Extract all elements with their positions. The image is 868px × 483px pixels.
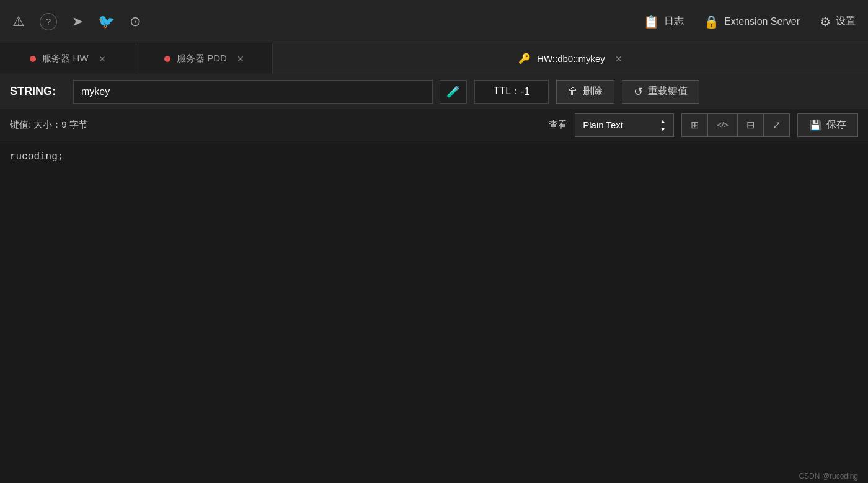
grid-view-icon[interactable]: ⊞ xyxy=(682,114,708,136)
flask-button[interactable]: 🧪 xyxy=(440,80,467,104)
telegram-icon[interactable]: ➤ xyxy=(72,14,83,30)
save-button[interactable]: 💾 保存 xyxy=(797,113,858,137)
help-icon[interactable]: ? xyxy=(40,13,57,30)
delete-button[interactable]: 🗑 删除 xyxy=(556,80,614,104)
tab-hw[interactable]: 服务器 HW ✕ xyxy=(0,43,136,74)
value-content: rucoding; xyxy=(10,151,63,162)
tab-hw-close[interactable]: ✕ xyxy=(99,54,106,64)
settings-button[interactable]: ⚙ 设置 xyxy=(820,14,856,29)
ttl-label: TTL： xyxy=(494,85,521,98)
reload-icon: ↺ xyxy=(634,85,643,99)
settings-icon: ⚙ xyxy=(820,14,831,29)
tab-pdd[interactable]: 服务器 PDD ✕ xyxy=(136,43,273,74)
toolbar-icons: ⚠ ? ➤ 🐦 ⊙ xyxy=(12,13,644,30)
github-icon[interactable]: ⊙ xyxy=(130,14,141,30)
key-type-label: STRING: xyxy=(10,85,66,98)
toolbar: ⚠ ? ➤ 🐦 ⊙ 📋 日志 🔒 Extension Server ⚙ 设置 xyxy=(0,0,868,43)
tab-pdd-close[interactable]: ✕ xyxy=(237,54,244,64)
footer: CSDN @rucoding xyxy=(789,469,868,483)
main-content: STRING: 🧪 TTL： -1 🗑 删除 ↺ 重载键值 键值: 大小：9 字… xyxy=(0,74,868,483)
view-mode-text: Plain Text xyxy=(583,120,623,130)
save-icon: 💾 xyxy=(809,119,822,131)
value-toolbar: 键值: 大小：9 字节 查看 Plain Text ▲ ▼ ⊞ </> ⊟ ⤢ … xyxy=(0,109,868,141)
extension-icon: 🔒 xyxy=(704,14,719,29)
extension-server-button[interactable]: 🔒 Extension Server xyxy=(704,14,800,29)
log-button[interactable]: 📋 日志 xyxy=(644,14,684,29)
save-label: 保存 xyxy=(826,118,846,131)
tab-key-label: HW::db0::mykey xyxy=(537,53,605,64)
table-view-icon[interactable]: ⊟ xyxy=(738,114,764,136)
key-icon: 🔑 xyxy=(518,53,531,64)
code-view-icon[interactable]: </> xyxy=(708,114,738,136)
tab-hw-label: 服务器 HW xyxy=(42,53,88,64)
delete-icon: 🗑 xyxy=(568,86,578,97)
tab-pdd-label: 服务器 PDD xyxy=(177,53,227,64)
chevron-icon: ▲ ▼ xyxy=(660,118,666,133)
reload-button[interactable]: ↺ 重载键值 xyxy=(622,80,699,104)
tab-key-close[interactable]: ✕ xyxy=(615,54,622,64)
key-header: STRING: 🧪 TTL： -1 🗑 删除 ↺ 重载键值 xyxy=(0,74,868,109)
extension-label: Extension Server xyxy=(724,16,800,27)
key-name-input[interactable] xyxy=(73,80,433,104)
format-icons: ⊞ </> ⊟ ⤢ xyxy=(681,113,790,137)
tab-pdd-dot xyxy=(164,56,170,62)
expand-view-icon[interactable]: ⤢ xyxy=(764,114,789,136)
tab-key[interactable]: 🔑 HW::db0::mykey ✕ xyxy=(273,43,868,74)
twitter-icon[interactable]: 🐦 xyxy=(98,14,115,30)
log-label: 日志 xyxy=(664,15,684,28)
reload-label: 重载键值 xyxy=(648,85,688,98)
tab-hw-dot xyxy=(30,56,36,62)
settings-label: 设置 xyxy=(836,15,856,28)
delete-label: 删除 xyxy=(583,85,603,98)
view-label: 查看 xyxy=(549,119,567,131)
warning-icon[interactable]: ⚠ xyxy=(12,14,25,30)
value-size-label: 键值: 大小：9 字节 xyxy=(10,119,88,131)
footer-text: CSDN @rucoding xyxy=(799,472,858,481)
toolbar-right: 📋 日志 🔒 Extension Server ⚙ 设置 xyxy=(644,14,856,29)
view-mode-select[interactable]: Plain Text ▲ ▼ xyxy=(575,113,674,137)
ttl-value: -1 xyxy=(521,86,529,97)
ttl-display: TTL： -1 xyxy=(474,80,549,104)
tab-bar: 服务器 HW ✕ 服务器 PDD ✕ 🔑 HW::db0::mykey ✕ xyxy=(0,43,868,74)
log-icon: 📋 xyxy=(644,14,659,29)
value-editor[interactable]: rucoding; xyxy=(0,141,868,483)
